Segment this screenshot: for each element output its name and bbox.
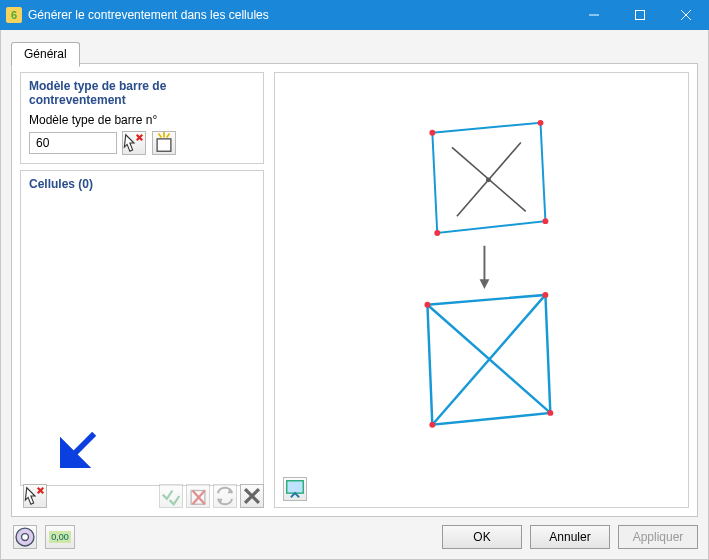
apply-button: Appliquer [618,525,698,549]
swap-button[interactable] [213,484,237,508]
cells-group: Cellules (0) [20,170,264,486]
svg-point-16 [538,120,544,126]
left-column: Modèle type de barre de contreventement … [20,72,264,508]
svg-point-15 [429,130,435,136]
check-selection-button[interactable] [159,484,183,508]
title-bar: 6 Générer le contreventement dans les ce… [0,0,709,30]
client-area: Général Modèle type de barre de contreve… [0,30,709,560]
units-button[interactable]: 0,00 [45,525,75,549]
help-button[interactable] [13,525,37,549]
svg-marker-21 [480,279,490,289]
model-number-label: Modèle type de barre n° [29,113,255,127]
model-number-input[interactable] [34,135,92,151]
model-number-stepper[interactable] [29,132,117,154]
svg-point-31 [22,534,29,541]
svg-point-19 [486,177,491,182]
model-group: Modèle type de barre de contreventement … [20,72,264,164]
remove-button[interactable] [240,484,264,508]
tab-general-label: Général [24,47,67,61]
cancel-button[interactable]: Annuler [530,525,610,549]
svg-point-18 [434,230,440,236]
new-model-button[interactable] [152,131,176,155]
bottom-bar: 0,00 OK Annuler Appliquer [11,523,698,551]
svg-point-25 [424,302,430,308]
pick-cells-button[interactable] [23,484,47,508]
delete-selection-button[interactable] [186,484,210,508]
cells-group-title: Cellules (0) [29,177,255,191]
close-button[interactable] [663,0,709,30]
tab-general[interactable]: Général [11,42,80,67]
tab-strip: Général [11,42,80,67]
svg-rect-3 [157,139,171,151]
preview-panel [274,72,689,508]
app-icon: 6 [6,7,22,23]
preview-mode-button[interactable] [283,477,307,501]
svg-point-27 [547,410,553,416]
svg-point-28 [429,422,435,428]
units-button-text: 0,00 [49,531,71,543]
svg-rect-29 [287,481,304,493]
ok-button[interactable]: OK [442,525,522,549]
pick-model-button[interactable] [122,131,146,155]
svg-point-26 [542,292,548,298]
preview-illustration [275,73,688,507]
window-title: Générer le contreventement dans les cell… [28,8,571,22]
minimize-button[interactable] [571,0,617,30]
cells-tool-row [20,484,264,508]
svg-point-17 [542,218,548,224]
svg-line-24 [432,295,545,425]
tab-page-general: Modèle type de barre de contreventement … [11,63,698,517]
maximize-button[interactable] [617,0,663,30]
svg-rect-0 [636,11,645,20]
model-group-title: Modèle type de barre de contreventement [29,79,255,107]
